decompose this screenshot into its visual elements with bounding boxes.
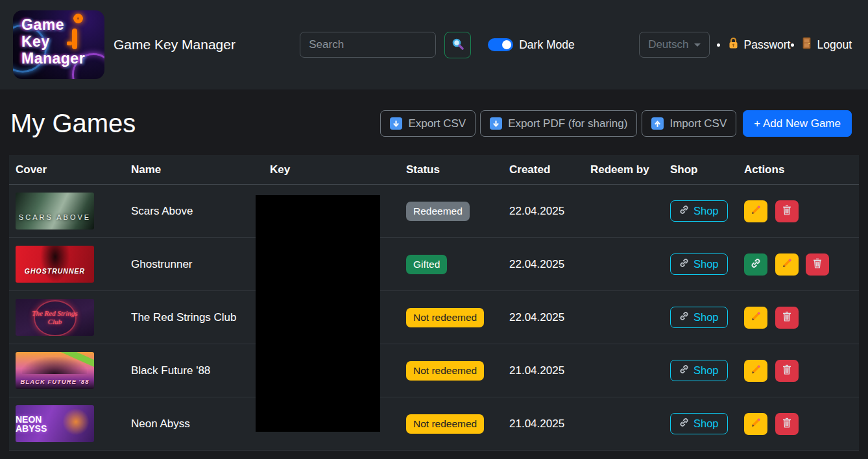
- upload-icon: [651, 117, 664, 130]
- language-dropdown[interactable]: Deutsch: [639, 32, 709, 58]
- trash-icon: [782, 205, 791, 217]
- shop-label: Shop: [693, 258, 719, 270]
- shop-label: Shop: [693, 418, 719, 430]
- table-row: GHOSTRUNNER Ghostrunner Gifted 22.04.202…: [9, 238, 859, 291]
- created-date: 21.04.2025: [503, 397, 584, 451]
- import-csv-label: Import CSV: [669, 117, 727, 130]
- navbar: Game Key Manager Game Key Manager Dark M…: [0, 0, 868, 89]
- add-new-game-button[interactable]: + Add New Game: [743, 110, 852, 137]
- pencil-icon: [751, 205, 761, 217]
- shop-button[interactable]: Shop: [670, 360, 728, 381]
- navbar-right-group: Deutsch Passwort: [639, 32, 852, 58]
- edit-button[interactable]: [744, 200, 767, 222]
- game-name: Neon Abyss: [125, 397, 263, 451]
- pencil-icon: [751, 364, 761, 377]
- col-header-shop: Shop: [664, 155, 738, 185]
- page-title: My Games: [10, 109, 136, 138]
- link-icon: [679, 205, 689, 217]
- game-cover: GHOSTRUNNER: [16, 246, 94, 283]
- created-date: 22.04.2025: [503, 291, 584, 344]
- created-date: 22.04.2025: [503, 185, 584, 238]
- status-badge: Not redeemed: [406, 361, 484, 381]
- cover-title: NEON ABYSS: [16, 415, 75, 433]
- redeem-by: [584, 344, 664, 397]
- edit-button[interactable]: [775, 253, 799, 276]
- shop-button[interactable]: Shop: [670, 413, 728, 434]
- link-icon: [751, 258, 761, 270]
- edit-button[interactable]: [744, 413, 767, 435]
- lock-icon: [728, 37, 739, 53]
- logo-line: Game: [21, 16, 85, 33]
- app-logo[interactable]: Game Key Manager: [13, 10, 104, 79]
- cover-title: GHOSTRUNNER: [25, 267, 85, 275]
- trash-icon: [782, 311, 791, 324]
- edit-button[interactable]: [744, 360, 767, 382]
- game-name: Ghostrunner: [125, 238, 263, 291]
- shop-button[interactable]: Shop: [670, 253, 728, 275]
- logo-text: Game Key Manager: [21, 16, 85, 67]
- trash-icon: [813, 258, 822, 270]
- game-cover: NEON ABYSS: [16, 405, 94, 442]
- link-icon: [679, 258, 689, 270]
- door-icon: [802, 37, 812, 53]
- redeem-by: [584, 291, 664, 344]
- table-header-row: Cover Name Key Status Created Redeem by …: [9, 155, 859, 185]
- game-name: The Red Strings Club: [125, 291, 263, 344]
- pencil-icon: [782, 258, 792, 270]
- import-csv-button[interactable]: Import CSV: [642, 110, 736, 137]
- col-header-cover: Cover: [9, 155, 125, 185]
- logout-link[interactable]: Logout: [802, 37, 852, 53]
- search-input[interactable]: [300, 32, 436, 58]
- game-cover: BLACK FUTURE '88: [16, 352, 94, 389]
- delete-button[interactable]: [775, 413, 799, 435]
- app-title: Game Key Manager: [114, 37, 235, 53]
- redeem-by: [584, 185, 664, 238]
- export-pdf-label: Export PDF (for sharing): [508, 117, 627, 130]
- trash-icon: [782, 418, 791, 430]
- table-row: The Red Strings Club The Red Strings Clu…: [9, 291, 859, 344]
- games-table: Cover Name Key Status Created Redeem by …: [9, 155, 859, 451]
- dark-mode-label: Dark Mode: [519, 38, 575, 52]
- delete-button[interactable]: [775, 307, 799, 329]
- edit-button[interactable]: [744, 307, 767, 329]
- export-csv-label: Export CSV: [408, 117, 466, 130]
- status-badge: Not redeemed: [406, 414, 484, 434]
- search-button[interactable]: [444, 32, 471, 58]
- link-icon: [679, 364, 689, 377]
- cover-title: SCARS ABOVE: [19, 213, 91, 221]
- col-header-created: Created: [503, 155, 584, 185]
- password-label: Passwort: [744, 38, 791, 52]
- game-cover: SCARS ABOVE: [16, 193, 94, 230]
- delete-button[interactable]: [775, 360, 799, 382]
- col-header-name: Name: [125, 155, 263, 185]
- created-date: 22.04.2025: [503, 238, 584, 291]
- download-icon: [390, 117, 402, 130]
- password-link[interactable]: Passwort: [728, 37, 791, 53]
- delete-button[interactable]: [775, 200, 799, 222]
- status-badge: Redeemed: [406, 202, 470, 221]
- table-row: NEON ABYSS Neon Abyss Not redeemed 21.04…: [9, 397, 859, 451]
- link-icon: [679, 418, 689, 430]
- status-badge: Gifted: [406, 255, 447, 274]
- export-pdf-button[interactable]: Export PDF (for sharing): [480, 110, 637, 137]
- gift-link-button[interactable]: [744, 253, 767, 276]
- separator-dot: [791, 43, 794, 47]
- game-name: Black Future '88: [125, 344, 263, 397]
- table-row: SCARS ABOVE Scars Above Redeemed 22.04.2…: [9, 185, 859, 238]
- shop-button[interactable]: Shop: [670, 200, 728, 222]
- chevron-down-icon: [694, 43, 701, 47]
- export-csv-button[interactable]: Export CSV: [380, 110, 476, 137]
- col-header-actions: Actions: [738, 155, 859, 185]
- delete-button[interactable]: [806, 253, 829, 276]
- game-cover: The Red Strings Club: [16, 299, 94, 336]
- logout-label: Logout: [817, 38, 852, 52]
- shop-label: Shop: [693, 311, 719, 324]
- redacted-key-overlay: [256, 195, 380, 432]
- shop-button[interactable]: Shop: [670, 307, 728, 328]
- language-selected: Deutsch: [648, 38, 688, 51]
- dark-mode-toggle[interactable]: [488, 38, 513, 51]
- page-header: My Games Export CSV Export PDF (for shar…: [0, 89, 868, 138]
- redeem-by: [584, 238, 664, 291]
- trash-icon: [782, 364, 791, 377]
- link-icon: [679, 311, 689, 324]
